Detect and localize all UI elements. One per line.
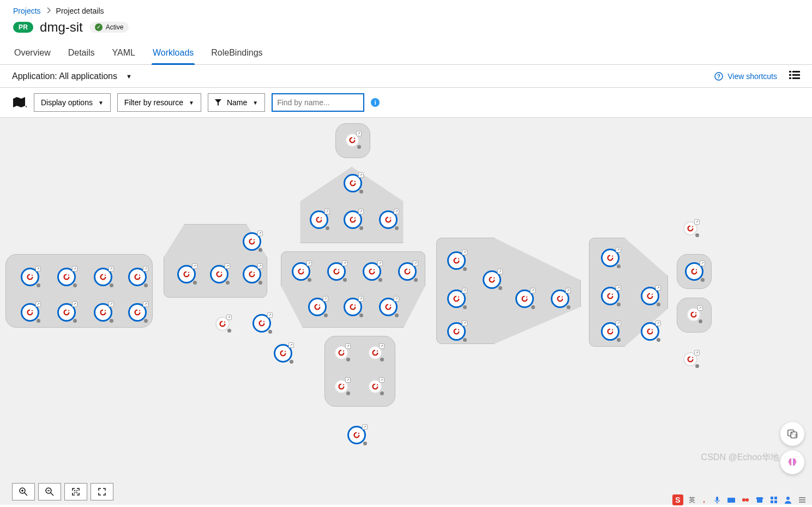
- emoji-icon[interactable]: [741, 496, 750, 504]
- status-badge: ✓ Active: [89, 22, 129, 33]
- svg-text:文: 文: [794, 433, 798, 438]
- topology-node[interactable]: ↗: [215, 317, 230, 331]
- svg-point-23: [745, 498, 749, 502]
- topology-node[interactable]: ↗: [310, 210, 328, 229]
- svg-rect-20: [716, 497, 718, 501]
- info-icon[interactable]: i: [371, 98, 380, 107]
- topology-node[interactable]: ↗: [243, 265, 261, 283]
- topology-node[interactable]: ↗: [601, 249, 619, 267]
- user-icon[interactable]: [784, 496, 792, 504]
- taskbar-punct[interactable]: ，: [701, 496, 707, 505]
- topology-node[interactable]: ↗: [128, 303, 147, 322]
- svg-rect-29: [799, 497, 805, 498]
- topology-node[interactable]: ↗: [57, 303, 76, 322]
- topology-node[interactable]: ↗: [177, 265, 196, 283]
- topology-node[interactable]: ↗: [292, 262, 310, 281]
- topology-node[interactable]: ↗: [334, 379, 348, 394]
- topology-node[interactable]: ↗: [515, 289, 534, 308]
- ime-button[interactable]: S: [672, 494, 683, 505]
- topology-node[interactable]: ↗: [368, 346, 382, 360]
- search-input[interactable]: [272, 93, 364, 112]
- topology-node[interactable]: ↗: [347, 426, 366, 444]
- tab-rolebindings[interactable]: RoleBindings: [210, 43, 263, 64]
- topology-node[interactable]: ↗: [685, 262, 703, 281]
- svg-text:+: +: [25, 104, 27, 108]
- chevron-right-icon: [46, 7, 51, 15]
- svg-point-22: [742, 498, 745, 502]
- topology-node[interactable]: ↗: [345, 133, 359, 147]
- topology-node[interactable]: ↗: [683, 352, 697, 366]
- svg-text:A: A: [790, 431, 793, 436]
- topology-node[interactable]: ↗: [308, 298, 327, 316]
- topology-node[interactable]: ↗: [210, 265, 228, 283]
- breadcrumb-root[interactable]: Projects: [13, 7, 41, 15]
- map-icon[interactable]: +: [12, 96, 27, 109]
- caret-down-icon: ▼: [252, 100, 258, 106]
- topology-node[interactable]: ↗: [379, 298, 398, 316]
- mic-icon[interactable]: [713, 496, 721, 504]
- ime-lang[interactable]: 英: [689, 496, 695, 505]
- filter-resource-label: Filter by resource: [124, 98, 183, 107]
- tab-workloads[interactable]: Workloads: [152, 43, 195, 64]
- topology-node[interactable]: ↗: [94, 303, 112, 322]
- svg-rect-6: [789, 77, 791, 79]
- toolbox-icon[interactable]: [769, 496, 778, 504]
- topology-node[interactable]: ↗: [344, 174, 362, 192]
- application-filter-dropdown[interactable]: Application: All applications ▼: [12, 71, 132, 81]
- topology-node[interactable]: ↗: [243, 232, 261, 251]
- svg-point-28: [786, 497, 790, 500]
- topology-node[interactable]: ↗: [21, 268, 39, 286]
- topology-node[interactable]: ↗: [641, 322, 659, 341]
- view-shortcuts-link[interactable]: ? View shortcuts: [714, 72, 777, 81]
- topology-node[interactable]: ↗: [447, 251, 466, 270]
- ai-assistant-fab[interactable]: [780, 450, 804, 474]
- topology-cluster[interactable]: [324, 336, 395, 407]
- topology-node[interactable]: ↗: [344, 210, 362, 229]
- settings-icon[interactable]: [798, 496, 807, 504]
- topology-node[interactable]: ↗: [483, 270, 501, 289]
- language-fab[interactable]: A文: [780, 422, 804, 446]
- keyboard-icon[interactable]: [727, 496, 736, 504]
- topology-node[interactable]: ↗: [398, 262, 417, 281]
- tab-details[interactable]: Details: [67, 43, 96, 64]
- topology-node[interactable]: ↗: [683, 221, 697, 236]
- topology-node[interactable]: ↗: [94, 268, 112, 286]
- caret-down-icon: ▼: [98, 100, 104, 106]
- list-view-toggle[interactable]: [789, 70, 800, 82]
- svg-rect-7: [792, 77, 800, 79]
- topology-node[interactable]: ↗: [447, 289, 466, 308]
- shortcuts-label: View shortcuts: [727, 72, 777, 81]
- name-filter-dropdown[interactable]: Name ▼: [208, 93, 265, 112]
- topology-node[interactable]: ↗: [252, 314, 271, 333]
- topology-node[interactable]: ↗: [447, 322, 466, 341]
- topology-node[interactable]: ↗: [363, 262, 381, 281]
- svg-rect-25: [774, 497, 777, 499]
- topology-node[interactable]: ↗: [334, 346, 348, 360]
- tab-yaml[interactable]: YAML: [111, 43, 136, 64]
- topology-node[interactable]: ↗: [274, 344, 292, 363]
- svg-rect-30: [799, 499, 805, 500]
- topology-node[interactable]: ↗: [551, 289, 569, 308]
- filter-resource-dropdown[interactable]: Filter by resource ▼: [117, 93, 201, 112]
- tab-overview[interactable]: Overview: [13, 43, 52, 64]
- project-badge: PR: [13, 22, 33, 33]
- topology-node[interactable]: ↗: [128, 268, 147, 286]
- tabs: Overview Details YAML Workloads RoleBind…: [0, 43, 812, 65]
- topology-node[interactable]: ↗: [327, 262, 346, 281]
- svg-rect-26: [771, 500, 773, 503]
- topology-canvas[interactable]: ↗↗↗↗↗↗↗↗↗↗↗↗↗↗↗↗↗↗↗↗↗↗↗↗↗↗↗↗↗↗↗↗↗↗↗↗↗↗↗↗…: [0, 118, 812, 505]
- topology-node[interactable]: ↗: [687, 307, 701, 322]
- svg-rect-4: [789, 74, 791, 76]
- topology-node[interactable]: ↗: [368, 379, 382, 394]
- topology-node[interactable]: ↗: [641, 287, 659, 305]
- topology-node[interactable]: ↗: [344, 298, 362, 316]
- topology-node[interactable]: ↗: [21, 303, 39, 322]
- breadcrumb: Projects Project details: [0, 0, 812, 20]
- display-options-dropdown[interactable]: Display options ▼: [34, 93, 111, 112]
- topology-node[interactable]: ↗: [57, 268, 76, 286]
- topology-node[interactable]: ↗: [601, 322, 619, 341]
- svg-rect-2: [789, 71, 791, 73]
- topology-node[interactable]: ↗: [379, 210, 398, 229]
- skin-icon[interactable]: [755, 496, 764, 504]
- topology-node[interactable]: ↗: [601, 287, 619, 305]
